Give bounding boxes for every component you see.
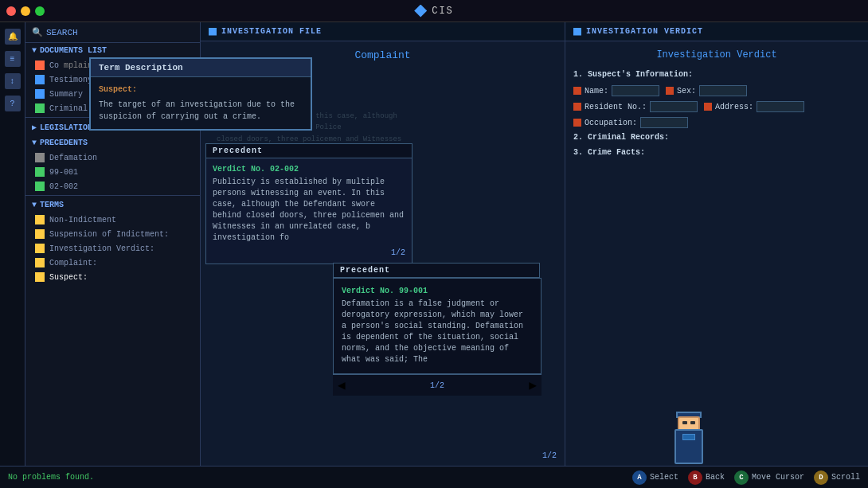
right-panel: INVESTIGATION VERDICT Investigation Verd… [565,22,868,488]
complaint-term-label: Complaint: [49,259,97,267]
filter-icon[interactable]: ≡ [5,51,21,67]
resident-field: Resident No.: [573,101,698,112]
sidebar-item-non-indictment[interactable]: Non-Indictment [25,213,200,227]
police-character [669,416,709,464]
resident-field-icon [573,103,581,111]
term-icon-2 [35,229,45,239]
resident-value [650,101,698,112]
police-eye-right [690,421,695,424]
name-field-icon [573,87,581,95]
left-icon-panel: 🔔 ≡ ↕ ? [0,22,25,488]
back-label: Back [706,473,725,482]
move-cursor-label: Move Cursor [752,473,804,482]
occupation-field-icon [573,119,581,127]
sex-value [699,85,747,96]
address-label: Address: [715,103,753,111]
precedent-99001-label: 99-001 [49,168,78,177]
app-title: CIS [432,6,454,17]
sidebar-item-99001[interactable]: 99-001 [25,165,200,179]
maximize-button[interactable] [35,6,45,16]
status-text: No problems found. [8,473,94,482]
complaint-icon [35,61,45,70]
select-control[interactable]: A Select [632,470,678,485]
summary-icon [35,89,45,99]
checked-icon-02002 [35,182,45,191]
non-indictment-label: Non-Indictment [49,216,116,224]
inv-file-icon [209,28,217,36]
precedent-99001-body: Defamation is a false judgment or deroga… [342,299,533,365]
precedent-02002-label: 02-002 [49,182,78,191]
resident-address-row: Resident No.: Address: [573,101,860,112]
inv-file-title: INVESTIGATION FILE [221,27,322,36]
police-badge [682,434,695,440]
sidebar-item-suspension[interactable]: Suspension of Indictment: [25,227,200,241]
move-cursor-control[interactable]: C Move Cursor [734,470,804,485]
minimize-button[interactable] [21,6,30,16]
term-desc-content: Suspect: The target of an investigation … [91,77,311,129]
sidebar-item-complaint-term[interactable]: Complaint: [25,256,200,270]
term-description-tooltip: Term Description Suspect: The target of … [89,57,312,131]
name-value [612,85,659,96]
name-field: Name: [573,85,659,96]
pagination-1: 1/2 [391,248,405,257]
sidebar-item-defamation[interactable]: Defamation [25,150,200,165]
occupation-row: Occupation: [573,117,860,128]
term-icon-4 [35,258,45,267]
sort-icon[interactable]: ↕ [5,73,21,89]
inv-verdict-icon [573,28,581,36]
verdict-main-title: Investigation Verdict [573,49,860,61]
criminal-records-section: 2. Criminal Records: [573,133,860,142]
occupation-field: Occupation: [573,117,688,128]
search-icon: 🔍 [32,27,43,37]
pagination-row-1: 1/2 [213,248,405,257]
precedent-label-2: Precedent [333,263,540,278]
d-button: D [814,470,828,485]
precedent-label-text-2: Precedent [340,266,390,275]
help-icon[interactable]: ? [5,96,21,111]
sex-field-icon [666,87,674,95]
inv-verdict-header: INVESTIGATION VERDICT [565,22,868,41]
prec-collapse-icon: ▼ [32,139,37,147]
sex-label: Sex: [677,87,696,96]
close-button[interactable] [6,6,16,16]
verdict-content: Investigation Verdict 1. Suspect's Infor… [565,41,868,488]
a-button: A [632,470,647,485]
precedent-label-text-1: Precedent [213,146,263,155]
b-button: B [688,470,702,485]
summary-label: Summary [49,90,83,99]
window-controls[interactable] [6,6,45,16]
occupation-value [640,117,688,128]
sidebar-item-02002[interactable]: 02-002 [25,179,200,193]
occupation-label: Occupation: [585,119,637,127]
precedents-section-header: ▼ PRECEDENTS [25,135,200,150]
inv-verdict-title: INVESTIGATION VERDICT [586,27,703,36]
verdict-no-99001: Verdict No. 99-001 [342,287,533,295]
search-section: 🔍 SEARCH [25,22,200,43]
name-label: Name: [585,87,608,96]
sidebar-item-suspect[interactable]: Suspect: [25,270,200,284]
titlebar: CIS [0,0,868,22]
scroll-control[interactable]: D Scroll [814,470,860,485]
criminal-record-icon [35,103,45,113]
center-pagination: 1/2 [542,451,557,460]
suspension-label: Suspension of Indictment: [49,230,169,239]
precedent-tooltip-99001: Precedent Verdict No. 99-001 Defamation … [333,263,542,396]
search-label: SEARCH [46,28,78,37]
back-control[interactable]: B Back [688,470,725,485]
suspect-term-label: Suspect: [49,273,88,282]
leg-collapse-icon: ▶ [32,123,37,132]
defamation-label: Defamation [49,154,97,162]
address-value [757,101,804,112]
sex-field: Sex: [666,85,747,96]
terms-label: TERMS [40,201,64,209]
bell-icon[interactable]: 🔔 [5,29,21,45]
police-body [674,429,703,464]
app-icon [414,5,427,18]
scroll-right-icon: ▶ [529,377,537,393]
precedent-card-02002: Verdict No. 02-002 Publicity is establis… [205,158,412,264]
precedent-label-1: Precedent [205,143,412,158]
documents-label: DOCUMENTS LIST [40,46,107,55]
c-button: C [734,470,749,485]
scroll-bar-99001: ◀ 1/2 ▶ [333,374,542,396]
sidebar-item-inv-verdict[interactable]: Investigation Verdict: [25,241,200,256]
